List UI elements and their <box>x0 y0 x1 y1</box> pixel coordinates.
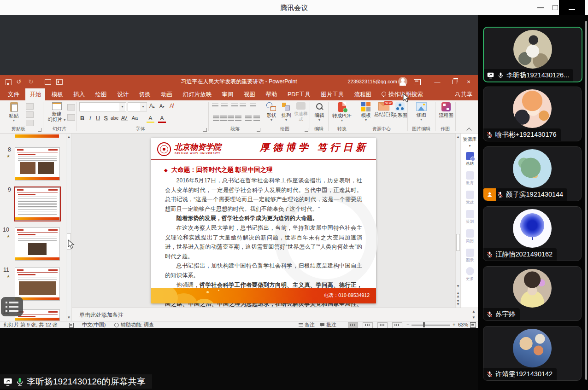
notes-scroll-down-icon[interactable]: ▼ <box>471 315 476 320</box>
ppt-minimize-button[interactable]: — <box>430 75 444 88</box>
tab-transitions[interactable]: 切换 <box>135 88 155 100</box>
resource-item-education[interactable]: 教育 <box>461 171 478 186</box>
account-email[interactable]: 2239323115@qq.com <box>347 75 397 88</box>
tab-flowchart[interactable]: 流程图 <box>350 88 376 100</box>
redo-button[interactable]: ↻ <box>26 75 36 88</box>
tab-file[interactable]: 文件 <box>4 88 24 100</box>
previous-slide-button[interactable]: ▲▲ <box>456 291 460 298</box>
ribbon-display-options-icon[interactable] <box>414 79 421 85</box>
justify-icon[interactable] <box>235 116 241 121</box>
notes-pane[interactable]: 单击此处添加备注 ▲ ▼ <box>72 308 478 321</box>
tab-animations[interactable]: 动画 <box>157 88 176 100</box>
participant-tile[interactable]: 汪静怡2021490162 <box>483 206 582 261</box>
fit-to-window-icon[interactable] <box>470 322 476 328</box>
copy-button[interactable] <box>26 111 34 119</box>
shrink-font-button[interactable]: A▾ <box>159 103 165 109</box>
bold-button[interactable]: B <box>78 115 86 122</box>
italic-button[interactable]: I <box>86 115 94 122</box>
scrollbar-thumb[interactable] <box>67 233 71 250</box>
notes-toggle[interactable]: 备注 <box>305 321 315 328</box>
tab-help[interactable]: 帮助 <box>261 88 281 100</box>
paragraph-dialog-launcher[interactable] <box>257 128 260 132</box>
template-button[interactable]: 模板▾ <box>359 102 373 122</box>
text-direction-icon[interactable] <box>253 116 260 121</box>
minimize-button[interactable] <box>537 7 544 8</box>
next-slide-button[interactable]: ▼▼ <box>456 299 460 306</box>
shapes-button[interactable]: 形状▾ <box>265 102 278 122</box>
quick-styles-button[interactable]: 快速样式 <box>293 102 309 122</box>
underline-button[interactable]: U <box>94 115 102 122</box>
align-right-icon[interactable] <box>228 116 234 121</box>
language-indicator[interactable]: 中文(中国) <box>82 321 106 328</box>
ppt-share-button[interactable]: 共享 <box>455 88 472 100</box>
maximize-button[interactable] <box>553 5 558 10</box>
tab-picture-tools[interactable]: 图片工具 <box>317 88 348 100</box>
slideshow-icon[interactable] <box>45 79 51 85</box>
decrease-indent-icon[interactable] <box>231 104 238 109</box>
zoom-slider-thumb[interactable] <box>423 322 425 327</box>
slide-grid-icon[interactable] <box>56 79 63 85</box>
font-size-combo[interactable]: ▾ <box>128 102 147 111</box>
main-scrollbar[interactable]: ▲ ▼ ▲▲ ▼▼ <box>455 134 461 308</box>
grow-font-button[interactable]: A▴ <box>149 103 155 109</box>
scroll-up-icon[interactable]: ▲ <box>66 135 71 139</box>
collapse-ribbon-icon[interactable] <box>467 127 471 131</box>
scroll-down-icon[interactable]: ▼ <box>66 315 71 320</box>
participant-tile[interactable]: 苏宇婷 <box>483 266 582 321</box>
increase-indent-icon[interactable] <box>240 104 246 109</box>
tab-insert[interactable]: 插入 <box>69 88 89 100</box>
align-left-icon[interactable] <box>213 116 219 121</box>
cut-button[interactable] <box>26 103 34 111</box>
participant-tile[interactable]: 喻书彬+1921430176 <box>483 87 582 141</box>
thumbnail-slide-11[interactable] <box>15 268 60 301</box>
tab-draw[interactable]: 绘图 <box>91 88 111 100</box>
summary-report-button[interactable]: NEW 总结汇报 <box>374 102 394 117</box>
char-spacing-button[interactable]: AV <box>121 115 128 121</box>
arrange-button[interactable]: 排列▾ <box>279 102 293 122</box>
resource-item-summary[interactable]: 总结 <box>461 152 478 167</box>
resource-item-planning[interactable]: 策划 <box>461 210 478 225</box>
numbering-icon[interactable] <box>221 104 228 109</box>
undo-button[interactable]: ↺ <box>14 75 24 88</box>
notes-scroll-up-icon[interactable]: ▲ <box>471 309 476 314</box>
participant-tile[interactable]: 许靖雯1921430142 <box>483 326 582 381</box>
zoom-level[interactable]: 63% <box>458 321 468 328</box>
thumbnail-slide-9-selected[interactable] <box>15 187 60 221</box>
current-slide[interactable]: 北京物资学院 BEIJING WUZI UNIVERSITY 厚德博学 笃行日新… <box>151 138 376 303</box>
tell-me-search[interactable]: 操作说明搜索 <box>378 88 427 100</box>
zoom-in-button[interactable]: + <box>453 321 455 328</box>
proofing-icon[interactable] <box>69 323 74 328</box>
resource-item-resume[interactable]: 简历 <box>461 229 478 244</box>
clipboard-dialog-launcher[interactable] <box>38 128 41 132</box>
resource-panel-title[interactable]: 资源库 ▾ <box>462 136 477 148</box>
flowchart-button[interactable]: 流程图 <box>437 102 455 118</box>
font-name-combo[interactable]: ▾ <box>79 102 126 111</box>
resource-item-party[interactable]: 党政 <box>461 191 478 205</box>
relation-diagram-button[interactable]: 关系图 <box>393 102 407 118</box>
slide-layout-button[interactable] <box>67 104 75 112</box>
clear-format-button[interactable]: A̸ <box>170 103 173 109</box>
font-color-button[interactable]: A <box>158 115 166 123</box>
align-center-icon[interactable] <box>220 116 227 121</box>
text-shadow-button[interactable]: S <box>102 115 110 122</box>
meeting-floating-list-button[interactable] <box>1 297 23 316</box>
columns-icon[interactable] <box>245 116 252 121</box>
scroll-up-icon[interactable]: ▲ <box>456 135 460 139</box>
thumbnail-slide7-partial[interactable] <box>15 134 59 138</box>
scrollbar-thumb[interactable] <box>456 234 460 251</box>
strikethrough-button[interactable]: abc <box>111 115 118 121</box>
ppt-restore-button[interactable] <box>452 80 457 84</box>
reset-slide-button[interactable] <box>67 114 75 122</box>
ppt-close-button[interactable]: × <box>462 75 476 88</box>
retouch-button[interactable]: 修图▾ <box>413 102 429 121</box>
drawing-dialog-launcher[interactable] <box>305 128 308 132</box>
tab-pdf-tools[interactable]: PDF工具 <box>283 88 315 100</box>
tab-design[interactable]: 设计 <box>113 88 133 100</box>
thumbnail-slide-8[interactable] <box>15 147 60 180</box>
bullets-icon[interactable] <box>212 104 218 109</box>
font-dialog-launcher[interactable] <box>203 128 207 132</box>
tab-view[interactable]: 视图 <box>240 88 259 100</box>
tab-home[interactable]: 开始 <box>25 88 45 100</box>
highlight-button[interactable]: A <box>147 115 154 123</box>
sidebar-scrollbar[interactable] <box>585 21 587 380</box>
